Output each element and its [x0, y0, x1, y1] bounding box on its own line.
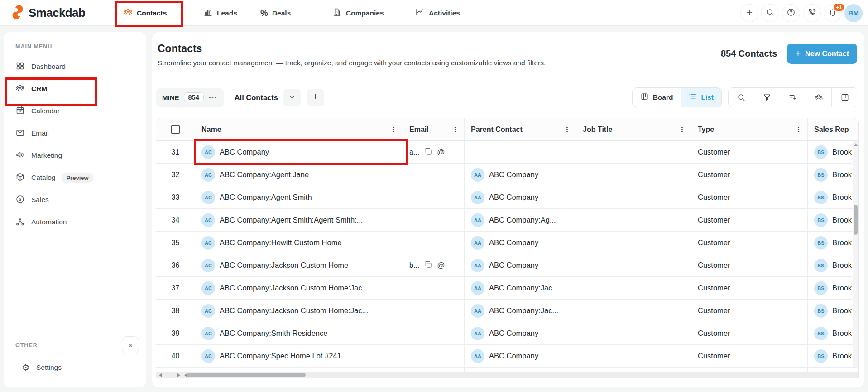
- table-row[interactable]: 34ACABC Company:Agent Smith:Agent Smith:…: [156, 209, 858, 232]
- scroll-left-icon[interactable]: [159, 373, 162, 377]
- sort-button[interactable]: [780, 88, 806, 107]
- scroll-up-icon[interactable]: [854, 143, 858, 146]
- list-view-tab[interactable]: List: [681, 88, 721, 107]
- horizontal-scrollbar[interactable]: [156, 372, 858, 378]
- global-add-button[interactable]: +: [740, 4, 758, 22]
- sidebar-item-dashboard[interactable]: Dashboard: [10, 56, 141, 77]
- cell-parent-contact[interactable]: AAABC Company: [465, 254, 576, 276]
- cell-contact-name[interactable]: ACABC Company: [195, 141, 403, 163]
- notifications-button[interactable]: +1: [824, 4, 842, 22]
- cell-parent-contact[interactable]: AAABC Company:Jac...: [465, 300, 576, 322]
- table-row[interactable]: 35ACABC Company:Hewitt Custom HomeAAABC …: [156, 232, 858, 254]
- column-header-type[interactable]: Type⋮: [691, 118, 808, 140]
- brand[interactable]: Smackdab: [11, 0, 85, 26]
- phone-icon: [807, 8, 816, 18]
- columns-icon: [840, 93, 849, 102]
- sidebar-item-automation[interactable]: Automation: [10, 212, 141, 232]
- vertical-scrollbar-thumb[interactable]: [854, 205, 858, 235]
- view-selector-label[interactable]: All Contacts: [235, 93, 278, 102]
- new-contact-button[interactable]: + New Contact: [787, 44, 857, 64]
- column-header-parent-contact[interactable]: Parent Contact⋮: [465, 118, 576, 140]
- copy-icon[interactable]: [424, 260, 432, 271]
- filter-button[interactable]: [754, 88, 780, 107]
- sidebar-item-sales[interactable]: $ Sales: [10, 189, 141, 210]
- table-row[interactable]: 39ACABC Company:Smith ResidenceAAABC Com…: [156, 322, 858, 345]
- columns-button[interactable]: [832, 88, 858, 107]
- sidebar-item-marketing[interactable]: Marketing: [10, 145, 141, 166]
- board-view-tab[interactable]: Board: [633, 88, 681, 107]
- table-row[interactable]: 32ACABC Company:Agent JaneAAABC CompanyC…: [156, 164, 858, 186]
- main-scrollbar-track[interactable]: [183, 372, 858, 378]
- frozen-column-scrollbar[interactable]: [156, 372, 183, 378]
- select-all-checkbox[interactable]: [171, 125, 180, 134]
- table-row[interactable]: 31ACABC Companya...@CustomerBSBrook: [156, 141, 858, 164]
- add-view-button[interactable]: +: [307, 89, 324, 106]
- cell-parent-contact[interactable]: AAABC Company: [465, 164, 576, 186]
- cell-contact-name[interactable]: ACABC Company:Jackson Custom Home:Jac...: [195, 277, 403, 299]
- at-icon[interactable]: @: [437, 148, 445, 157]
- horizontal-scrollbar-thumb[interactable]: [187, 373, 306, 377]
- sales-rep-text: Brook: [832, 148, 852, 156]
- cell-job-title: [576, 141, 691, 163]
- cell-parent-contact[interactable]: AAABC Company: [465, 186, 576, 208]
- at-icon[interactable]: @: [437, 261, 445, 270]
- nav-tab-companies[interactable]: Companies: [332, 0, 384, 26]
- table-row[interactable]: 40ACABC Company:Spec Home Lot #241AAABC …: [156, 345, 858, 368]
- nav-tab-contacts[interactable]: Contacts: [123, 0, 167, 26]
- sidebar-collapse-button[interactable]: «: [122, 336, 139, 353]
- cell-email: [403, 186, 465, 208]
- cell-contact-name[interactable]: ACABC Company:Spec Home Lot #241: [195, 345, 403, 367]
- cell-parent-contact[interactable]: AAABC Company: [465, 322, 576, 344]
- cell-parent-contact[interactable]: AAABC Company: [465, 232, 576, 254]
- column-header-sales-rep[interactable]: Sales Rep: [808, 118, 858, 140]
- nav-tab-activities[interactable]: Activities: [415, 0, 460, 26]
- cell-contact-name[interactable]: ACABC Company:Hewitt Custom Home: [195, 232, 403, 254]
- cell-contact-name[interactable]: ACABC Company:Jackson Custom Home:Jac...: [195, 300, 403, 322]
- table-row[interactable]: 37ACABC Company:Jackson Custom Home:Jac.…: [156, 277, 858, 300]
- cell-contact-name[interactable]: ACABC Company:Agent Jane: [195, 164, 403, 186]
- table-row[interactable]: 33ACABC Company:Agent SmithAAABC Company…: [156, 186, 858, 209]
- sidebar-item-crm[interactable]: CRM: [10, 78, 141, 99]
- contact-avatar: BS: [814, 281, 828, 295]
- parent-contact-text: ABC Company: [489, 238, 538, 247]
- sidebar-item-catalog[interactable]: Catalog Preview: [10, 167, 141, 188]
- column-menu-icon[interactable]: ⋮: [563, 126, 571, 134]
- cell-email[interactable]: a...@: [403, 141, 465, 163]
- user-avatar[interactable]: BM: [844, 4, 863, 22]
- cell-contact-name[interactable]: ACABC Company:Agent Smith:Agent Smith:..…: [195, 209, 403, 231]
- help-button[interactable]: [782, 4, 800, 22]
- more-options-icon[interactable]: ⋯: [208, 92, 217, 103]
- cell-contact-name[interactable]: ACABC Company:Agent Smith: [195, 186, 403, 208]
- column-header-name[interactable]: Name⋮: [195, 118, 403, 140]
- copy-icon[interactable]: [424, 147, 432, 157]
- contact-avatar: BS: [814, 236, 828, 250]
- nav-tab-deals[interactable]: % Deals: [260, 0, 291, 26]
- contact-avatar: BS: [814, 349, 828, 363]
- calls-button[interactable]: [803, 4, 821, 22]
- cell-parent-contact[interactable]: AAABC Company:Jac...: [465, 277, 576, 299]
- table-search-button[interactable]: [729, 88, 754, 107]
- cell-contact-name[interactable]: ACABC Company:Jackson Custom Home: [195, 254, 403, 276]
- column-header-email[interactable]: Email⋮: [403, 118, 465, 140]
- scroll-right-icon[interactable]: [177, 373, 180, 377]
- global-search-button[interactable]: [761, 4, 779, 22]
- nav-tab-leads[interactable]: Leads: [203, 0, 237, 26]
- view-dropdown-button[interactable]: [283, 89, 301, 106]
- table-row[interactable]: 36ACABC Company:Jackson Custom Homeb...@…: [156, 254, 858, 277]
- sidebar-item-settings[interactable]: ⚙ Settings: [16, 357, 143, 378]
- group-button[interactable]: [806, 88, 832, 107]
- column-header-job-title[interactable]: Job Title⋮: [576, 118, 691, 140]
- mine-filter-pill[interactable]: MINE 854 ⋯: [156, 88, 224, 107]
- table-row[interactable]: 38ACABC Company:Jackson Custom Home:Jac.…: [156, 300, 858, 322]
- cell-parent-contact[interactable]: AAABC Company: [465, 345, 576, 367]
- column-menu-icon[interactable]: ⋮: [678, 126, 686, 134]
- column-menu-icon[interactable]: ⋮: [451, 126, 460, 134]
- column-menu-icon[interactable]: ⋮: [794, 126, 803, 134]
- sidebar-item-calendar[interactable]: 12 Calendar: [10, 101, 141, 121]
- sidebar-item-email[interactable]: Email: [10, 123, 141, 144]
- cell-parent-contact[interactable]: AAABC Company:Ag...: [465, 209, 576, 231]
- column-menu-icon[interactable]: ⋮: [389, 126, 398, 134]
- vertical-scrollbar[interactable]: [853, 141, 858, 367]
- cell-email[interactable]: b...@: [403, 254, 465, 276]
- cell-contact-name[interactable]: ACABC Company:Smith Residence: [195, 322, 403, 344]
